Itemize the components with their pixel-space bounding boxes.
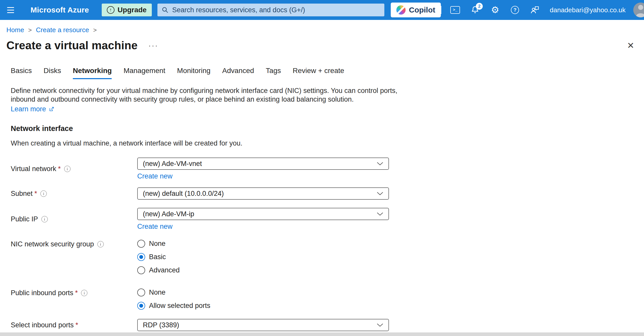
copilot-label: Copilot [409, 6, 435, 14]
required-asterisk: * [75, 289, 78, 297]
cloud-shell-icon: >_ [450, 6, 460, 14]
tab-networking[interactable]: Networking [73, 67, 112, 79]
hamburger-menu-icon[interactable] [7, 0, 22, 20]
brand-title: Microsoft Azure [31, 6, 89, 14]
select-inbound-ports-row: Select inbound ports * RDP (3389) [11, 319, 644, 331]
subnet-row: Subnet * i (new) default (10.0.0.0/24) [11, 187, 644, 200]
topbar-right-cluster: >_ 2 ⚙ ? danadebari@yahoo.co.uk [441, 3, 644, 17]
main-content: Home > Create a resource > Create a virt… [0, 26, 644, 331]
chevron-down-icon [377, 323, 383, 327]
virtual-network-row: Virtual network * i (new) Ade-VM-vnet Cr… [11, 158, 644, 180]
gear-icon: ⚙ [491, 5, 499, 15]
breadcrumb-chevron-icon: > [28, 27, 32, 34]
public-inbound-ports-row: Public inbound ports * i None Allow sele… [11, 289, 644, 310]
nic-nsg-radio-group: None Basic Advanced [137, 240, 389, 274]
chevron-down-icon [377, 212, 383, 216]
chevron-down-icon [377, 162, 383, 165]
wizard-tabs: Basics Disks Networking Management Monit… [11, 67, 644, 79]
upgrade-label: Upgrade [118, 6, 147, 14]
select-inbound-ports-label: Select inbound ports [11, 321, 74, 329]
help-button[interactable]: ? [509, 4, 521, 16]
nic-nsg-label: NIC network security group [11, 240, 94, 248]
feedback-button[interactable] [529, 4, 541, 16]
info-icon[interactable]: i [41, 216, 48, 222]
public-ip-row: Public IP i (new) Ade-VM-ip Create new [11, 208, 644, 231]
public-ip-label: Public IP [11, 215, 38, 223]
radio-selected-icon [137, 253, 145, 261]
network-interface-description: When creating a virtual machine, a netwo… [11, 139, 644, 147]
more-options-ellipsis-icon[interactable]: ··· [148, 41, 158, 50]
info-icon[interactable]: i [64, 166, 71, 172]
search-icon [162, 6, 169, 14]
notification-count-badge: 2 [476, 3, 483, 10]
external-link-icon [49, 106, 54, 112]
tab-monitoring[interactable]: Monitoring [177, 67, 211, 79]
copilot-button[interactable]: Copilot [391, 3, 441, 17]
networking-form: Virtual network * i (new) Ade-VM-vnet Cr… [11, 158, 644, 331]
tab-management[interactable]: Management [123, 67, 165, 79]
close-icon[interactable]: ✕ [627, 41, 635, 50]
radio-icon [137, 289, 145, 296]
tab-tags[interactable]: Tags [266, 67, 281, 79]
learn-more-link[interactable]: Learn more [11, 105, 46, 113]
virtual-network-select[interactable]: (new) Ade-VM-vnet [137, 158, 389, 170]
tab-basics[interactable]: Basics [11, 67, 32, 79]
account-email[interactable]: danadebari@yahoo.co.uk [550, 6, 626, 14]
breadcrumb-create-resource-link[interactable]: Create a resource [36, 26, 89, 34]
radio-icon [137, 240, 145, 248]
virtual-network-create-new-link[interactable]: Create new [137, 172, 172, 180]
feedback-icon [530, 5, 539, 15]
description-line-2: inbound and outbound connectivity with s… [11, 95, 644, 104]
upgrade-arrow-icon: ↑ [107, 6, 114, 14]
breadcrumb: Home > Create a resource > [6, 26, 644, 34]
bottom-scrollbar[interactable] [0, 332, 644, 336]
info-icon[interactable]: i [40, 190, 47, 197]
settings-button[interactable]: ⚙ [489, 4, 501, 16]
description-line-1: Define network connectivity for your vir… [11, 86, 644, 95]
avatar[interactable] [633, 3, 644, 17]
radio-selected-icon [137, 302, 145, 310]
topbar-divider [441, 6, 441, 14]
public-inbound-ports-option-none[interactable]: None [137, 289, 389, 296]
page-title: Create a virtual machine [6, 39, 137, 52]
subnet-label: Subnet [11, 190, 33, 198]
copilot-icon [396, 5, 406, 15]
tab-disks[interactable]: Disks [43, 67, 61, 79]
required-asterisk: * [75, 321, 78, 329]
networking-description: Define network connectivity for your vir… [11, 86, 644, 104]
search-input[interactable] [172, 6, 380, 14]
public-inbound-ports-radio-group: None Allow selected ports [137, 289, 389, 310]
upgrade-button[interactable]: ↑ Upgrade [102, 4, 152, 16]
required-asterisk: * [34, 190, 37, 198]
public-ip-create-new-link[interactable]: Create new [137, 223, 172, 231]
virtual-network-label: Virtual network [11, 165, 56, 173]
breadcrumb-chevron-icon: > [93, 27, 97, 34]
radio-icon [137, 266, 145, 274]
tab-review-create[interactable]: Review + create [293, 67, 344, 79]
help-icon: ? [511, 6, 519, 14]
breadcrumb-home-link[interactable]: Home [6, 26, 24, 34]
subnet-select[interactable]: (new) default (10.0.0.0/24) [137, 187, 389, 200]
nic-nsg-option-basic[interactable]: Basic [137, 253, 389, 261]
virtual-network-value: (new) Ade-VM-vnet [143, 160, 377, 168]
notifications-button[interactable]: 2 [469, 4, 481, 16]
nic-nsg-row: NIC network security group i None Basic … [11, 240, 644, 274]
public-ip-select[interactable]: (new) Ade-VM-ip [137, 208, 389, 220]
global-search[interactable] [157, 4, 384, 16]
select-inbound-ports-select[interactable]: RDP (3389) [137, 319, 389, 331]
public-inbound-ports-label: Public inbound ports [11, 289, 73, 297]
network-interface-heading: Network interface [11, 124, 644, 133]
info-icon[interactable]: i [97, 241, 104, 247]
select-inbound-ports-value: RDP (3389) [143, 321, 377, 329]
nic-nsg-option-advanced[interactable]: Advanced [137, 266, 389, 274]
public-ip-value: (new) Ade-VM-ip [143, 210, 377, 218]
subnet-value: (new) default (10.0.0.0/24) [143, 190, 377, 198]
tab-advanced[interactable]: Advanced [222, 67, 254, 79]
azure-top-bar: Microsoft Azure ↑ Upgrade Copilot >_ 2 ⚙ [0, 0, 644, 20]
public-inbound-ports-option-allow[interactable]: Allow selected ports [137, 302, 389, 310]
required-asterisk: * [58, 165, 61, 173]
nic-nsg-option-none[interactable]: None [137, 240, 389, 248]
info-icon[interactable]: i [81, 290, 87, 296]
chevron-down-icon [377, 192, 383, 195]
cloud-shell-button[interactable]: >_ [449, 4, 461, 16]
